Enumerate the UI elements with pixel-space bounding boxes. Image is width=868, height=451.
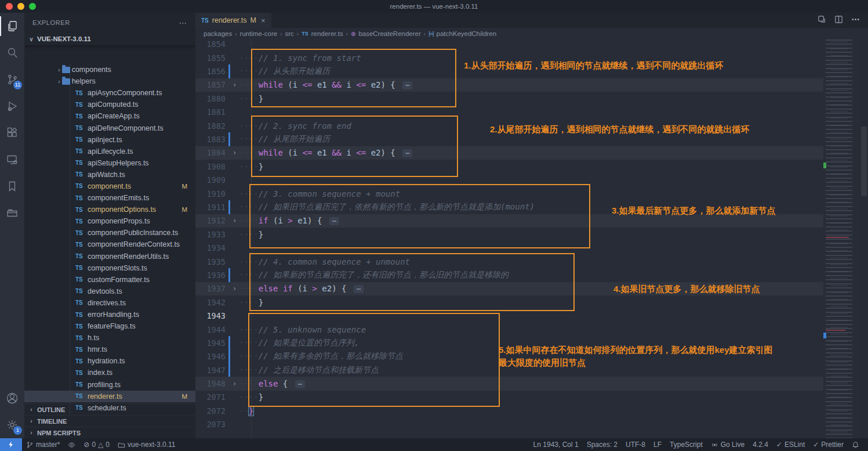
vertical-scrollbar[interactable] [860, 39, 868, 438]
fold-icon[interactable]: › [230, 284, 239, 293]
code-line[interactable]: 1857 › ····while (i <= e1 && i <= e2) { … [195, 78, 823, 92]
notifications-bell-icon[interactable] [848, 438, 863, 451]
close-tab-icon[interactable]: × [261, 16, 266, 25]
explorer-icon[interactable] [0, 13, 24, 39]
file-item[interactable]: TS apiCreateApp.ts [24, 110, 195, 122]
file-item[interactable]: TS devtools.ts [24, 286, 195, 297]
source-control-icon[interactable]: 11 [0, 66, 24, 93]
run-debug-icon[interactable] [0, 93, 24, 120]
problems-status[interactable]: ⊘ 0 △ 0 [79, 438, 114, 451]
code-line[interactable]: 1936 ····// 如果新的节点遍历完了，还有旧的节点，那么旧的节点就是移除… [195, 268, 823, 282]
file-item[interactable]: TS featureFlags.ts [24, 320, 195, 332]
breadcrumb-item[interactable]: baseCreateRenderer [358, 30, 420, 37]
file-item[interactable]: TS hmr.ts [24, 344, 195, 355]
close-window-button[interactable] [6, 3, 13, 10]
file-item[interactable]: TS apiLifecycle.ts [24, 146, 195, 157]
code-line[interactable]: 1935 ····// 4. common sequence + unmount [195, 255, 823, 268]
breadcrumb-item[interactable]: runtime-core [240, 30, 278, 37]
file-item[interactable]: TS componentRenderUtils.ts [24, 251, 195, 262]
file-item[interactable]: TS componentRenderContext.ts [24, 239, 195, 250]
npm-scripts-section[interactable]: › NPM SCRIPTS [24, 427, 195, 438]
file-item[interactable]: TS customFormatter.ts [24, 274, 195, 286]
code-line[interactable]: 1856 ····// 从头部开始遍历 [195, 64, 823, 78]
workspace-root-folder[interactable]: ∨ VUE-NEXT-3.0.11 [24, 33, 195, 45]
language-mode[interactable]: TypeScript [666, 438, 707, 451]
fold-icon[interactable]: › [230, 380, 239, 388]
file-item[interactable]: TS renderer.ts M [24, 391, 195, 402]
file-item[interactable]: TS errorHandling.ts [24, 309, 195, 320]
code-line[interactable]: 1948 › ····else { ⋯ [195, 377, 823, 390]
code-line[interactable]: 1933 ····} [195, 228, 823, 241]
file-item[interactable]: TS apiInject.ts [24, 134, 195, 146]
eslint-status[interactable]: ✓ ESLint [772, 438, 809, 451]
file-item[interactable]: TS apiAsyncComponent.ts [24, 87, 195, 99]
file-item[interactable]: TS hydration.ts [24, 355, 195, 367]
code-line[interactable]: 2071 ····} [195, 391, 823, 404]
code-line[interactable]: 1937 › ····else if (i > e2) { ⋯ [195, 282, 823, 295]
code-line[interactable]: 1880 ····} [195, 92, 823, 105]
project-status[interactable]: vue-next-3.0.11 [114, 438, 180, 451]
code-line[interactable]: 1945 ····// 如果是位置的节点序列, [195, 336, 823, 349]
explorer-more-actions-icon[interactable]: ⋯ [179, 18, 187, 27]
code-line[interactable]: 1934 [195, 241, 823, 254]
code-line[interactable]: 1942 ····} [195, 295, 823, 309]
timeline-section[interactable]: › TIMELINE [24, 415, 195, 427]
tab-renderer-ts[interactable]: TS renderer.ts M × [195, 13, 271, 28]
code-line[interactable]: 1908 ····} [195, 160, 823, 173]
split-editor-icon[interactable] [834, 15, 843, 26]
code-line[interactable]: 1910 ····// 3. common sequence + mount [195, 187, 823, 200]
fold-icon[interactable]: › [230, 149, 239, 157]
remote-explorer-icon[interactable] [0, 146, 24, 173]
code-line[interactable]: 1947 ····// 之后是移动节点和挂载新节点 [195, 363, 823, 377]
code-editor[interactable]: 1854 1855 ····// 1. sync from start 1856… [195, 39, 823, 438]
file-item[interactable]: TS apiDefineComponent.ts [24, 122, 195, 134]
file-item[interactable]: TS apiWatch.ts [24, 169, 195, 181]
settings-gear-icon[interactable]: 1 [0, 412, 24, 438]
code-line[interactable]: 1883 ····// 从尾部开始遍历 [195, 132, 823, 146]
code-line[interactable]: 1911 ····// 如果旧节点遍历完了，依然有新的节点，那么新的节点就是添加… [195, 200, 823, 214]
file-item[interactable]: TS componentOptions.ts M [24, 204, 195, 215]
code-line[interactable]: 1881 [195, 106, 823, 119]
search-icon[interactable] [0, 39, 24, 66]
code-line[interactable]: 1912 › ····if (i > e1) { ⋯ [195, 214, 823, 228]
file-item[interactable]: TS componentEmits.ts [24, 192, 195, 204]
extensions-icon[interactable] [0, 120, 24, 146]
extension-version[interactable]: 4.2.4 [749, 438, 772, 451]
breadcrumb-item[interactable]: packages [204, 30, 232, 37]
fold-icon[interactable]: › [230, 217, 239, 225]
code-line[interactable]: 1944 ····// 5. unknown sequence [195, 323, 823, 336]
more-actions-icon[interactable] [851, 15, 860, 26]
scrollbar-thumb[interactable] [861, 127, 867, 196]
code-line[interactable]: 1946 ····// 如果有多余的节点，那么就移除节点 [195, 350, 823, 363]
prettier-status[interactable]: ✓ Prettier [809, 438, 848, 451]
outline-section[interactable]: › OUTLINE [24, 403, 195, 415]
file-item[interactable]: TS componentPublicInstance.ts [24, 227, 195, 239]
file-item[interactable]: TS profiling.ts [24, 379, 195, 391]
minimize-window-button[interactable] [17, 3, 24, 10]
file-item[interactable]: TS apiSetupHelpers.ts [24, 157, 195, 169]
file-item[interactable]: TS componentProps.ts [24, 215, 195, 227]
encoding-status[interactable]: UTF-8 [622, 438, 649, 451]
file-item[interactable]: TS componentSlots.ts [24, 262, 195, 274]
breadcrumb-item[interactable]: patchKeyedChildren [437, 30, 497, 37]
code-line[interactable]: 2073 [195, 418, 823, 431]
bookmarks-icon[interactable] [0, 173, 24, 200]
file-item[interactable]: TS h.ts [24, 332, 195, 344]
folder-item[interactable]: › helpers [24, 75, 195, 87]
fold-icon[interactable]: › [230, 81, 239, 89]
code-line[interactable]: 2072 ··} [195, 404, 823, 417]
breadcrumb-item[interactable]: src [285, 30, 293, 37]
code-line[interactable]: 1854 [195, 39, 823, 51]
file-item[interactable]: TS apiComputed.ts [24, 99, 195, 110]
code-line[interactable]: 1943 [195, 309, 823, 322]
open-changes-icon[interactable] [818, 15, 826, 26]
file-item[interactable]: TS directives.ts [24, 297, 195, 309]
eol-status[interactable]: LF [649, 438, 666, 451]
indentation-status[interactable]: Spaces: 2 [583, 438, 622, 451]
breadcrumb-item[interactable]: renderer.ts [311, 30, 343, 37]
zoom-window-button[interactable] [29, 3, 36, 10]
project-manager-icon[interactable] [0, 200, 24, 226]
code-line[interactable]: 1909 [195, 174, 823, 187]
gitlens-toggle-icon[interactable] [64, 438, 79, 451]
file-item[interactable]: TS index.ts [24, 367, 195, 378]
